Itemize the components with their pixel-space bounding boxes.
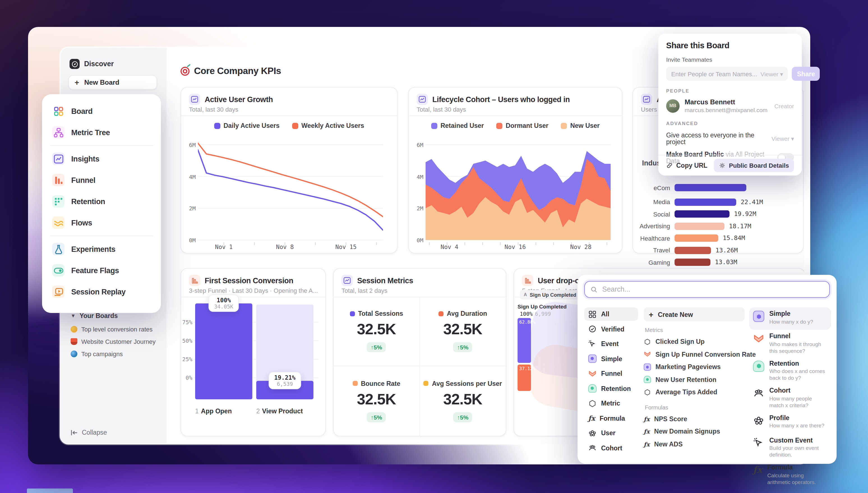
section-label: Formulas xyxy=(645,404,744,410)
sidebar-board-item[interactable]: Top level conversion rates xyxy=(71,326,156,333)
metric-cell[interactable]: Avg Sessions per User32.5K↑5% xyxy=(420,366,506,436)
sidebar-board-item[interactable]: Top campaigns xyxy=(71,350,156,357)
filter-retention[interactable]: Retention xyxy=(584,382,638,395)
share-button[interactable]: Share xyxy=(792,67,820,81)
line-chart-icon xyxy=(341,275,353,286)
search-result-item[interactable]: Marketing Pageviews xyxy=(644,361,744,373)
y-axis-label: 4M xyxy=(410,174,423,180)
industry-row: Social19.92M xyxy=(633,210,797,218)
metric-cell[interactable]: Bounce Rate32.5K↑5% xyxy=(334,366,420,436)
search-input[interactable]: Search... xyxy=(584,281,830,298)
result-label: New Domain Signups xyxy=(654,428,720,435)
new-board-button[interactable]: + New Board xyxy=(68,75,157,90)
metric-cell[interactable]: Avg Duration32.5K↑5% xyxy=(420,297,506,366)
formula-icon: ƒx xyxy=(644,415,650,422)
sidebar-item-discover[interactable]: Discover xyxy=(69,59,114,69)
search-result-item[interactable]: Clicked Sign Up xyxy=(644,336,744,348)
copy-url-button[interactable]: Copy URL xyxy=(666,162,707,169)
filter-cohort[interactable]: Cohort xyxy=(584,441,638,455)
filter-metric[interactable]: Metric xyxy=(584,396,638,410)
filter-all[interactable]: All xyxy=(584,307,638,321)
event-icon xyxy=(588,340,597,348)
filter-user[interactable]: User xyxy=(584,426,638,440)
industry-bar[interactable] xyxy=(674,198,736,206)
metric-search-popup: Search... AllVerifiedEventSimpleFunnelRe… xyxy=(578,275,837,464)
metric-cell[interactable]: Total Sessions32.5K↑5% xyxy=(334,297,420,366)
search-result-item[interactable]: ƒxNew Domain Signups xyxy=(644,425,744,438)
access-role-dropdown[interactable]: Viewer ▾ xyxy=(772,135,794,142)
y-axis-label: 6M xyxy=(182,142,196,148)
role-dropdown[interactable]: Viewer ▾ xyxy=(761,70,783,77)
legend-swatch xyxy=(496,123,503,129)
filter-label: User xyxy=(601,430,616,436)
industry-bar[interactable] xyxy=(674,222,725,230)
industry-row: Media22.41M xyxy=(633,198,797,206)
sidebar-item-session-replay[interactable]: Session Replay xyxy=(42,281,161,302)
sidebar-item-retention[interactable]: Retention xyxy=(42,191,161,212)
industry-bar[interactable] xyxy=(674,246,711,254)
funnel-icon xyxy=(644,351,651,358)
type-retention[interactable]: RetentionWho does x and comes back to do… xyxy=(749,357,831,384)
funnel-chart-icon xyxy=(522,275,533,286)
industry-value: 13.26M xyxy=(715,246,738,254)
sidebar-item-feature-flags[interactable]: Feature Flags xyxy=(42,260,161,281)
funnel-bar[interactable] xyxy=(195,303,252,399)
card-header: First Session Conversion 3-step Funnel ·… xyxy=(181,269,325,297)
search-result-item[interactable]: Average Tips Added xyxy=(644,386,744,399)
collapse-button[interactable]: Collapse xyxy=(71,429,107,436)
type-profile[interactable]: ProfileHow many x are there? xyxy=(749,411,831,434)
search-result-item[interactable]: New User Retention xyxy=(644,373,744,386)
retention-icon xyxy=(52,195,65,208)
sidebar-item-flows[interactable]: Flows xyxy=(42,212,161,233)
retention-icon xyxy=(588,384,597,392)
card-lifecycle-cohort[interactable]: Lifecycle Cohort – Users who logged in T… xyxy=(408,87,622,254)
type-funnel[interactable]: FunnelWho makes it through this sequence… xyxy=(749,330,831,357)
type-cohort[interactable]: CohortHow many people match x criteria? xyxy=(749,384,831,411)
sidebar-item-board[interactable]: Board xyxy=(42,101,161,122)
industry-bar[interactable] xyxy=(674,210,730,218)
funnel-step-tab[interactable]: A Sign Up Completed xyxy=(520,290,580,300)
filter-simple[interactable]: Simple xyxy=(584,352,638,365)
filter-funnel[interactable]: Funnel xyxy=(584,367,638,380)
filter-formula[interactable]: ƒxFormula xyxy=(584,411,638,425)
type-formula[interactable]: ƒxFormulaCalculate using arithmetic oper… xyxy=(749,461,831,488)
card-active-user-growth[interactable]: Active User Growth Total, last 30 days D… xyxy=(181,87,398,254)
type-title: Cohort xyxy=(769,387,827,395)
industry-bar[interactable] xyxy=(674,184,746,191)
chart-legend: Retained UserDormant UserNew User xyxy=(409,122,622,129)
filter-event[interactable]: Event xyxy=(584,337,638,350)
dropoff-bar-dropped[interactable]: 37.12% xyxy=(517,365,531,391)
filter-verified[interactable]: Verified xyxy=(584,322,638,336)
sidebar-item-metric-tree[interactable]: Metric Tree xyxy=(42,122,161,143)
your-boards-label: Your Boards xyxy=(80,313,118,319)
type-simple[interactable]: SimpleHow many x do y? xyxy=(749,307,831,330)
create-new-button[interactable]: +Create New xyxy=(644,307,744,321)
sidebar-item-experiments[interactable]: Experiments xyxy=(42,238,161,260)
invite-input[interactable]: Enter People or Team Names... Viewer ▾ xyxy=(666,67,788,81)
industry-row: Gaming13.03M xyxy=(633,259,797,266)
step-label: Sign Up Completed xyxy=(517,303,566,309)
industry-bar[interactable] xyxy=(674,234,718,242)
board-emoji-icon xyxy=(71,326,77,333)
legend-swatch xyxy=(350,311,355,316)
menu-item-label: Feature Flags xyxy=(71,266,119,275)
public-board-details-button[interactable]: Public Board Details xyxy=(714,159,794,172)
retention-icon xyxy=(644,376,651,383)
card-first-session-conversion[interactable]: First Session Conversion 3-step Funnel ·… xyxy=(181,268,326,436)
filter-label: Funnel xyxy=(601,370,622,377)
search-result-item[interactable]: ƒxNPS Score xyxy=(644,412,744,425)
type-custom-event[interactable]: Custom EventBuild your own event definit… xyxy=(749,434,831,461)
sidebar-item-insights[interactable]: Insights xyxy=(42,148,161,169)
card-session-metrics[interactable]: Session Metrics Total, last 2 days Total… xyxy=(333,268,506,436)
search-result-item[interactable]: ƒxNew ADS xyxy=(644,438,744,450)
x-axis-label: Nov 28 xyxy=(570,243,592,250)
collapse-icon xyxy=(71,429,78,435)
sidebar-board-item[interactable]: Website Customer Journey xyxy=(71,338,156,345)
sidebar-item-funnel[interactable]: Funnel xyxy=(42,169,161,191)
industry-bar[interactable] xyxy=(674,259,710,266)
type-desc: How many x do y? xyxy=(769,319,813,325)
your-boards-toggle[interactable]: ▼ Your Boards xyxy=(71,313,118,319)
search-result-item[interactable]: Sign Up Funnel Conversion Rate xyxy=(644,348,744,361)
dropoff-bar-retained[interactable]: 62.88% xyxy=(517,318,531,363)
bar-label: 62.88% xyxy=(519,320,535,325)
